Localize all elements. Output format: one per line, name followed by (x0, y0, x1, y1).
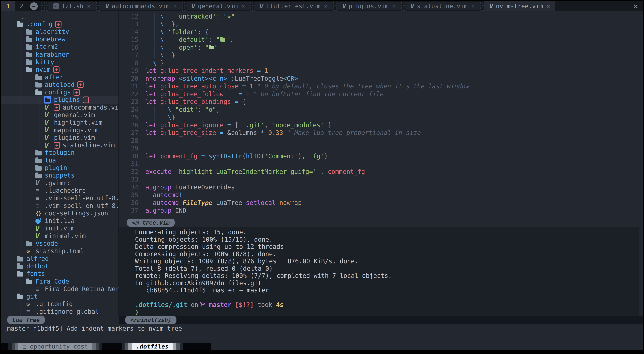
tmux-window-opportunity_cost[interactable]: □ opportunity_cost (8, 343, 102, 350)
tree-item-parent-dir[interactable]: .. (1, 13, 118, 20)
tree-item-.gvimrc[interactable]: V.gvimrc (1, 179, 118, 187)
tree-item-fonts[interactable]: fonts (1, 270, 118, 278)
folder-icon (36, 166, 42, 171)
tree-item-autocommands.vim[interactable]: V+autocommands.vim (1, 104, 118, 111)
tree-item-.gitignore_global[interactable]: ≡.gitignore_global (1, 308, 118, 316)
tree-icon-cell (17, 294, 26, 299)
text-file-icon: ≡ (26, 308, 30, 316)
tree-indent-guide (26, 172, 36, 179)
tree-item-git[interactable]: git (1, 293, 118, 300)
tree-item-minimal.vim[interactable]: Vminimal.vim (1, 232, 118, 240)
tree-item-vscode[interactable]: vscode (1, 240, 118, 247)
back-arrow-icon[interactable]: ← (30, 2, 38, 10)
line-number: 14 (119, 28, 146, 35)
tree-item-init.lua[interactable]: init.lua (1, 217, 118, 225)
tree-item-after[interactable]: after (1, 73, 118, 81)
tab-general.vim[interactable]: Vgeneral.vim× (186, 2, 250, 10)
file-tree-panel: ...config+alacrittyhomebrewiterm2karabin… (1, 11, 119, 316)
terminal-output-line (135, 294, 639, 301)
tree-item-plugins[interactable]: plugins+ (1, 96, 118, 103)
tree-icon-cell: ≡ (36, 202, 44, 210)
code-line-14: 14 │ \ 'folder': { (119, 28, 643, 36)
tree-item-plugin[interactable]: plugin (1, 164, 118, 172)
tree-item-kitty[interactable]: kitty (1, 58, 118, 66)
tree-item-coc-settings.json[interactable]: {}coc-settings.json (1, 210, 118, 217)
tree-item-label: kitty (36, 58, 54, 66)
tree-indent-guide (17, 247, 26, 255)
tab-close-icon[interactable]: × (87, 3, 90, 9)
tree-item-configs[interactable]: configs+ (1, 88, 118, 96)
tmux-window-2-indicator[interactable]: 2 (15, 1, 28, 11)
tree-item-nvim[interactable]: nvim+ (1, 66, 118, 73)
tree-item-init.vim[interactable]: Vinit.vim (1, 225, 118, 232)
tab-fzf.sh[interactable]: >_fzf.sh× (48, 2, 96, 10)
tree-item-starship.toml[interactable]: ⚙starship.toml (1, 247, 118, 255)
tree-item-dotbot[interactable]: dotbot (1, 263, 118, 270)
tab-nvim-tree.vim[interactable]: Vnvim-tree.vim× (484, 1, 555, 11)
tab-label: plugins.vim (349, 3, 388, 9)
close-icon[interactable]: × (633, 2, 638, 11)
tmux-window-label: □ opportunity_cost (18, 343, 92, 350)
tree-item-label: plugins (54, 96, 80, 103)
tmux-window-.dotfiles[interactable]: .dotfiles (122, 343, 183, 350)
fade-stripe (180, 343, 183, 350)
tab-close-icon[interactable]: × (471, 3, 474, 9)
tree-item-alfred[interactable]: alfred (1, 255, 118, 263)
tree-indent-guide (17, 104, 26, 111)
tree-item-Fira Code Retina Ner[interactable]: ≡Fira Code Retina Ner (1, 285, 118, 293)
tree-indent-guide (17, 58, 26, 66)
tree-item-alacritty[interactable]: alacritty (1, 28, 118, 35)
tree-item-plugins.vim[interactable]: Vplugins.vim (1, 134, 118, 141)
tab-fluttertest.vim[interactable]: Vfluttertest.vim× (254, 2, 332, 10)
shell-prompt-line: .dotfiles/.git on master [$!?] took 4s (135, 301, 639, 309)
tab-close-icon[interactable]: × (392, 3, 396, 9)
tab-autocommands.vim[interactable]: Vautocommands.vim× (100, 2, 182, 10)
code-line-24: 24 │ │ \ "edit": "o", (119, 106, 643, 114)
tab-statusline.vim[interactable]: Vstatusline.vim× (406, 2, 480, 10)
line-number: 12 (119, 13, 146, 20)
tree-item-label: autocommands.vim (63, 104, 119, 111)
code-line-30: 30let comment_fg = synIDattr(hlID('Comme… (119, 152, 643, 160)
tab-close-icon[interactable]: × (173, 3, 176, 9)
tree-item-Fira Code[interactable]: Fira Code (1, 278, 118, 285)
tab-plugins.vim[interactable]: Vplugins.vim× (337, 2, 401, 10)
tree-item-lua[interactable]: lua (1, 157, 118, 164)
tab-close-icon[interactable]: × (324, 3, 327, 9)
tree-icon-cell: V (36, 179, 44, 187)
tree-item-autoload[interactable]: autoload+ (1, 81, 118, 88)
tab-label: autocommands.vim (112, 3, 170, 9)
tree-item-mappings.vim[interactable]: Vmappings.vim (1, 126, 118, 134)
tree-item-karabiner[interactable]: karabiner (1, 51, 118, 58)
tree-item-label: alfred (26, 255, 49, 262)
tree-item-snippets[interactable]: snippets (1, 172, 118, 179)
code-editor[interactable]: 12 │ \ 'untracked': "★"13 │ \ },14 │ \ '… (119, 11, 643, 218)
tree-item-.luacheckrc[interactable]: ≡.luacheckrc (1, 187, 118, 194)
tree-icon-cell: V (44, 103, 54, 111)
tree-item-ftplugin[interactable]: ftplugin (1, 149, 118, 156)
tab-label: statusline.vim (417, 3, 468, 9)
tree-item-.config[interactable]: .config+ (1, 20, 118, 28)
tree-item-.vim-spell-en.utf-8.[interactable]: ≡.vim-spell-en.utf-8. (1, 202, 118, 209)
tree-item-statusline.vim[interactable]: V+statusline.vim (1, 141, 118, 149)
tree-icon-cell (26, 67, 35, 72)
tree-item-label: iterm2 (36, 43, 58, 50)
tree-indent-guide (17, 134, 26, 141)
terminal-split[interactable]: Enumerating objects: 15, done.Counting o… (119, 227, 639, 316)
tree-indent-guide (17, 43, 26, 51)
tree-indent-guide (36, 126, 44, 134)
prompt-cursor-line[interactable]: ⟩ (135, 309, 639, 316)
tree-indent-guide (17, 35, 26, 43)
folder-glyph (220, 38, 225, 41)
tree-item-highlight.vim[interactable]: Vhighlight.vim (1, 119, 118, 126)
tree-item-label: .gitignore_global (36, 308, 99, 315)
tree-indent-guide (36, 134, 44, 141)
tree-item-general.vim[interactable]: Vgeneral.vim (1, 111, 118, 119)
tree-item-homebrew[interactable]: homebrew (1, 35, 118, 43)
tree-item-.vim-spell-en.utf-8.[interactable]: ≡.vim-spell-en.utf-8. (1, 194, 118, 202)
tab-close-icon[interactable]: × (242, 3, 245, 9)
tree-item-.gitconfig[interactable]: ⚙.gitconfig (1, 300, 118, 308)
tab-close-icon[interactable]: × (546, 3, 550, 9)
tree-item-iterm2[interactable]: iterm2 (1, 43, 118, 51)
tmux-window-1-indicator[interactable]: 1 (1, 1, 15, 11)
tree-indent-guide (17, 225, 26, 232)
